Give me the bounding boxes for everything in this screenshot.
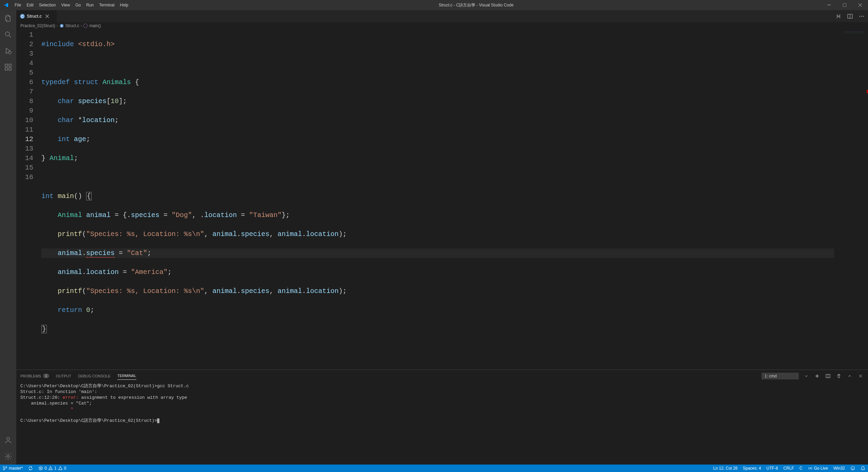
status-sync[interactable] [25,465,36,472]
split-terminal-icon[interactable] [825,373,831,379]
kill-terminal-icon[interactable] [835,373,842,379]
svg-point-27 [851,467,855,470]
status-notifications[interactable] [858,465,868,472]
close-button[interactable] [852,0,868,10]
settings-gear-icon[interactable] [0,448,16,465]
titlebar: File Edit Selection View Go Run Terminal… [0,0,868,10]
menu-terminal[interactable]: Terminal [96,0,117,10]
line-number: 6 [16,78,40,87]
line-number: 8 [16,97,40,106]
breadcrumb-file[interactable]: C Struct.c [59,23,79,28]
menu-view[interactable]: View [58,0,73,10]
svg-rect-0 [827,5,831,5]
line-number: 4 [16,59,40,68]
svg-text:C: C [61,25,62,27]
terminal-cursor [157,418,159,423]
run-debug-icon[interactable] [0,43,16,59]
split-editor-icon[interactable] [846,13,854,20]
line-number: 11 [16,125,40,135]
status-branch[interactable]: master* [0,465,25,472]
panel-tabbar: PROBLEMS 1 OUTPUT DEBUG CONSOLE TERMINAL… [16,370,868,382]
svg-point-3 [8,51,11,54]
status-eol[interactable]: CRLF [781,465,797,472]
menu-run[interactable]: Run [83,0,96,10]
c-file-icon: C [20,14,25,19]
line-number: 13 [16,144,40,154]
error-icon [38,466,43,471]
git-branch-icon [3,466,7,471]
menubar: File Edit Selection View Go Run Terminal… [12,0,131,10]
vscode-logo-icon [0,2,12,8]
tabbar: C Struct.c [16,10,868,22]
minimap-error-marker [867,90,868,93]
status-feedback[interactable] [848,465,858,472]
status-encoding[interactable]: UTF-8 [764,465,781,472]
svg-point-26 [810,468,811,469]
svg-point-24 [6,467,7,468]
terminal-body[interactable]: C:\Users\Peter\Desktop\C語言自學\Practice_02… [16,382,868,465]
panel-tab-terminal[interactable]: TERMINAL [117,372,136,380]
svg-rect-4 [5,64,7,66]
menu-help[interactable]: Help [117,0,131,10]
status-platform[interactable]: Win32 [831,465,848,472]
line-number: 14 [16,154,40,163]
line-number: 7 [16,87,40,97]
svg-point-9 [7,455,9,457]
compare-changes-icon[interactable] [835,13,842,20]
code-content[interactable]: #include <stdio.h> typedef struct Animal… [40,29,834,370]
svg-rect-7 [9,64,11,66]
editor-area: C Struct.c Practice_02(Struct) › C Struc… [16,10,868,465]
panel-tab-output[interactable]: OUTPUT [56,372,71,380]
breadcrumb-sep: › [57,23,58,28]
status-language[interactable]: C [797,465,805,472]
svg-rect-5 [5,68,7,70]
method-icon [83,23,88,28]
menu-go[interactable]: Go [73,0,83,10]
panel-tab-debug-console[interactable]: DEBUG CONSOLE [78,372,111,380]
chevron-down-icon[interactable] [803,373,810,379]
panel-tab-problems[interactable]: PROBLEMS 1 [20,372,49,380]
line-number: 12 [16,135,40,144]
status-cursor-position[interactable]: Ln 12, Col 28 [711,465,740,472]
broadcast-icon [808,466,813,471]
tab-struct-c[interactable]: C Struct.c [16,10,57,22]
line-number: 1 [16,30,40,40]
sync-icon [28,466,33,471]
minimap-preview [844,32,865,42]
line-number: 16 [16,173,40,182]
search-icon[interactable] [0,26,16,43]
svg-point-8 [7,437,9,440]
statusbar: master* 0 1 0 Ln 12, Col 28 Spaces: 4 UT… [0,465,868,472]
info-icon [58,466,63,471]
close-panel-icon[interactable] [857,373,864,379]
editor-body[interactable]: 1 2 3 4 5 6 7 8 9 10 11 12 13 14 15 16 #… [16,29,868,370]
status-golive[interactable]: Go Live [805,465,831,472]
line-number: 10 [16,116,40,125]
terminal-selector[interactable]: 1: cmd [761,373,799,379]
extensions-icon[interactable] [0,59,16,75]
explorer-icon[interactable] [0,10,16,26]
line-number: 9 [16,106,40,116]
new-terminal-icon[interactable] [814,373,821,379]
accounts-icon[interactable] [0,432,16,448]
breadcrumb-folder[interactable]: Practice_02(Struct) [20,23,55,28]
warning-icon [48,466,53,471]
status-problems[interactable]: 0 1 0 [36,465,69,472]
minimize-button[interactable] [821,0,837,10]
more-actions-icon[interactable] [858,13,865,20]
menu-edit[interactable]: Edit [24,0,36,10]
status-indentation[interactable]: Spaces: 4 [740,465,764,472]
tab-label: Struct.c [27,14,42,19]
svg-point-14 [860,16,860,16]
problems-count-badge: 1 [43,374,49,378]
breadcrumb-symbol[interactable]: main() [83,23,101,28]
minimap[interactable] [834,29,868,370]
svg-rect-1 [843,3,846,7]
svg-text:C: C [21,15,23,18]
activitybar [0,10,16,465]
maximize-button[interactable] [837,0,852,10]
tab-close-icon[interactable] [44,14,50,19]
maximize-panel-icon[interactable] [846,373,853,379]
menu-selection[interactable]: Selection [36,0,58,10]
menu-file[interactable]: File [12,0,24,10]
